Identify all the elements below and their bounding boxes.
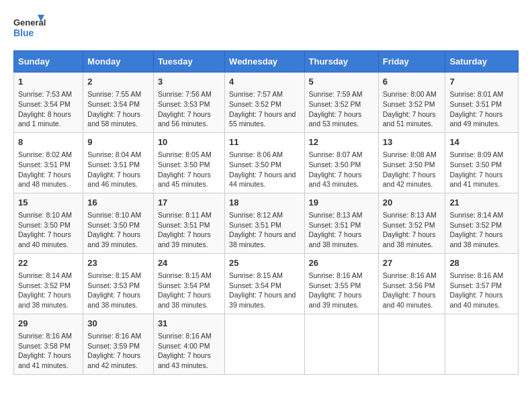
day-detail: Sunrise: 8:02 AMSunset: 3:51 PMDaylight:… xyxy=(18,150,79,189)
day-detail: Sunrise: 8:16 AMSunset: 3:57 PMDaylight:… xyxy=(449,271,514,310)
calendar-cell: 13Sunrise: 8:08 AMSunset: 3:50 PMDayligh… xyxy=(378,132,445,193)
day-detail: Sunrise: 7:55 AMSunset: 3:54 PMDaylight:… xyxy=(87,89,149,129)
calendar-cell: 16Sunrise: 8:10 AMSunset: 3:50 PMDayligh… xyxy=(83,193,154,253)
calendar-cell: 18Sunrise: 8:12 AMSunset: 3:51 PMDayligh… xyxy=(225,193,304,253)
day-number: 7 xyxy=(449,76,514,88)
day-number: 14 xyxy=(449,136,514,148)
day-number: 16 xyxy=(87,197,149,209)
day-detail: Sunrise: 8:16 AMSunset: 3:55 PMDaylight:… xyxy=(309,271,374,310)
calendar-cell: 24Sunrise: 8:15 AMSunset: 3:54 PMDayligh… xyxy=(153,253,224,314)
calendar-cell: 7Sunrise: 8:01 AMSunset: 3:51 PMDaylight… xyxy=(445,73,519,133)
day-number: 28 xyxy=(449,257,514,269)
calendar-week-row: 15Sunrise: 8:10 AMSunset: 3:50 PMDayligh… xyxy=(14,193,519,253)
calendar-week-row: 22Sunrise: 8:14 AMSunset: 3:52 PMDayligh… xyxy=(14,253,519,314)
calendar-cell: 15Sunrise: 8:10 AMSunset: 3:50 PMDayligh… xyxy=(14,193,83,253)
day-number: 8 xyxy=(18,136,79,148)
day-number: 2 xyxy=(87,76,149,88)
day-detail: Sunrise: 8:07 AMSunset: 3:50 PMDaylight:… xyxy=(309,150,374,189)
day-detail: Sunrise: 8:16 AMSunset: 3:58 PMDaylight:… xyxy=(18,331,79,371)
day-detail: Sunrise: 8:13 AMSunset: 3:52 PMDaylight:… xyxy=(383,210,441,250)
column-header-wednesday: Wednesday xyxy=(225,51,304,73)
day-number: 29 xyxy=(18,318,79,330)
logo: GeneralBlue xyxy=(13,13,47,44)
column-header-sunday: Sunday xyxy=(14,51,83,73)
day-number: 1 xyxy=(18,76,79,88)
calendar-week-row: 1Sunrise: 7:53 AMSunset: 3:54 PMDaylight… xyxy=(14,73,519,133)
day-number: 31 xyxy=(158,318,220,330)
day-number: 4 xyxy=(229,76,300,88)
calendar-cell: 8Sunrise: 8:02 AMSunset: 3:51 PMDaylight… xyxy=(14,132,83,193)
day-number: 30 xyxy=(87,318,149,330)
day-number: 21 xyxy=(449,197,514,209)
calendar-cell: 6Sunrise: 8:00 AMSunset: 3:52 PMDaylight… xyxy=(378,73,445,133)
day-detail: Sunrise: 7:57 AMSunset: 3:52 PMDaylight:… xyxy=(229,89,300,129)
column-header-monday: Monday xyxy=(83,51,154,73)
calendar-cell: 11Sunrise: 8:06 AMSunset: 3:50 PMDayligh… xyxy=(225,132,304,193)
calendar-cell: 20Sunrise: 8:13 AMSunset: 3:52 PMDayligh… xyxy=(378,193,445,253)
day-detail: Sunrise: 8:15 AMSunset: 3:54 PMDaylight:… xyxy=(158,271,220,310)
calendar-cell: 14Sunrise: 8:09 AMSunset: 3:50 PMDayligh… xyxy=(445,132,519,193)
day-number: 13 xyxy=(383,136,441,148)
day-detail: Sunrise: 8:11 AMSunset: 3:51 PMDaylight:… xyxy=(158,210,220,250)
column-header-saturday: Saturday xyxy=(445,51,519,73)
day-number: 23 xyxy=(87,257,149,269)
day-detail: Sunrise: 7:53 AMSunset: 3:54 PMDaylight:… xyxy=(18,89,79,129)
day-number: 22 xyxy=(18,257,79,269)
day-number: 20 xyxy=(383,197,441,209)
calendar-cell: 22Sunrise: 8:14 AMSunset: 3:52 PMDayligh… xyxy=(14,253,83,314)
calendar-cell: 4Sunrise: 7:57 AMSunset: 3:52 PMDaylight… xyxy=(225,73,304,133)
day-detail: Sunrise: 8:16 AMSunset: 3:56 PMDaylight:… xyxy=(383,271,441,310)
calendar-week-row: 8Sunrise: 8:02 AMSunset: 3:51 PMDaylight… xyxy=(14,132,519,193)
column-header-tuesday: Tuesday xyxy=(153,51,224,73)
day-detail: Sunrise: 8:13 AMSunset: 3:51 PMDaylight:… xyxy=(309,210,374,250)
day-detail: Sunrise: 8:10 AMSunset: 3:50 PMDaylight:… xyxy=(87,210,149,250)
calendar-cell: 2Sunrise: 7:55 AMSunset: 3:54 PMDaylight… xyxy=(83,73,154,133)
day-number: 15 xyxy=(18,197,79,209)
day-detail: Sunrise: 8:14 AMSunset: 3:52 PMDaylight:… xyxy=(449,210,514,250)
day-number: 5 xyxy=(309,76,374,88)
logo-svg: GeneralBlue xyxy=(13,13,47,44)
day-number: 26 xyxy=(309,257,374,269)
day-number: 17 xyxy=(158,197,220,209)
calendar-cell: 19Sunrise: 8:13 AMSunset: 3:51 PMDayligh… xyxy=(304,193,378,253)
day-detail: Sunrise: 8:14 AMSunset: 3:52 PMDaylight:… xyxy=(18,271,79,310)
calendar-cell: 27Sunrise: 8:16 AMSunset: 3:56 PMDayligh… xyxy=(378,253,445,314)
calendar-cell: 31Sunrise: 8:16 AMSunset: 4:00 PMDayligh… xyxy=(153,314,224,374)
day-detail: Sunrise: 8:08 AMSunset: 3:50 PMDaylight:… xyxy=(383,150,441,189)
calendar-cell: 25Sunrise: 8:15 AMSunset: 3:54 PMDayligh… xyxy=(225,253,304,314)
day-detail: Sunrise: 7:56 AMSunset: 3:53 PMDaylight:… xyxy=(158,89,220,129)
calendar-cell: 29Sunrise: 8:16 AMSunset: 3:58 PMDayligh… xyxy=(14,314,83,374)
calendar-header-row: SundayMondayTuesdayWednesdayThursdayFrid… xyxy=(14,51,519,73)
calendar-cell: 9Sunrise: 8:04 AMSunset: 3:51 PMDaylight… xyxy=(83,132,154,193)
calendar-cell xyxy=(378,314,445,374)
day-number: 3 xyxy=(158,76,220,88)
calendar-cell: 1Sunrise: 7:53 AMSunset: 3:54 PMDaylight… xyxy=(14,73,83,133)
day-number: 25 xyxy=(229,257,300,269)
calendar-cell: 10Sunrise: 8:05 AMSunset: 3:50 PMDayligh… xyxy=(153,132,224,193)
calendar-cell xyxy=(304,314,378,374)
day-detail: Sunrise: 7:59 AMSunset: 3:52 PMDaylight:… xyxy=(309,89,374,129)
day-number: 19 xyxy=(309,197,374,209)
day-detail: Sunrise: 8:06 AMSunset: 3:50 PMDaylight:… xyxy=(229,150,300,189)
day-number: 27 xyxy=(383,257,441,269)
day-number: 11 xyxy=(229,136,300,148)
day-detail: Sunrise: 8:12 AMSunset: 3:51 PMDaylight:… xyxy=(229,210,300,250)
svg-text:Blue: Blue xyxy=(13,28,34,38)
calendar-week-row: 29Sunrise: 8:16 AMSunset: 3:58 PMDayligh… xyxy=(14,314,519,374)
day-detail: Sunrise: 8:09 AMSunset: 3:50 PMDaylight:… xyxy=(449,150,514,189)
day-detail: Sunrise: 8:00 AMSunset: 3:52 PMDaylight:… xyxy=(383,89,441,129)
day-detail: Sunrise: 8:01 AMSunset: 3:51 PMDaylight:… xyxy=(449,89,514,129)
calendar-cell: 28Sunrise: 8:16 AMSunset: 3:57 PMDayligh… xyxy=(445,253,519,314)
calendar-cell xyxy=(445,314,519,374)
day-detail: Sunrise: 8:10 AMSunset: 3:50 PMDaylight:… xyxy=(18,210,79,250)
page-header: GeneralBlue xyxy=(13,13,519,44)
calendar-table: SundayMondayTuesdayWednesdayThursdayFrid… xyxy=(13,50,519,375)
calendar-cell: 17Sunrise: 8:11 AMSunset: 3:51 PMDayligh… xyxy=(153,193,224,253)
day-number: 18 xyxy=(229,197,300,209)
day-number: 12 xyxy=(309,136,374,148)
day-number: 10 xyxy=(158,136,220,148)
day-detail: Sunrise: 8:16 AMSunset: 4:00 PMDaylight:… xyxy=(158,331,220,371)
day-number: 6 xyxy=(383,76,441,88)
calendar-cell: 26Sunrise: 8:16 AMSunset: 3:55 PMDayligh… xyxy=(304,253,378,314)
calendar-cell: 5Sunrise: 7:59 AMSunset: 3:52 PMDaylight… xyxy=(304,73,378,133)
